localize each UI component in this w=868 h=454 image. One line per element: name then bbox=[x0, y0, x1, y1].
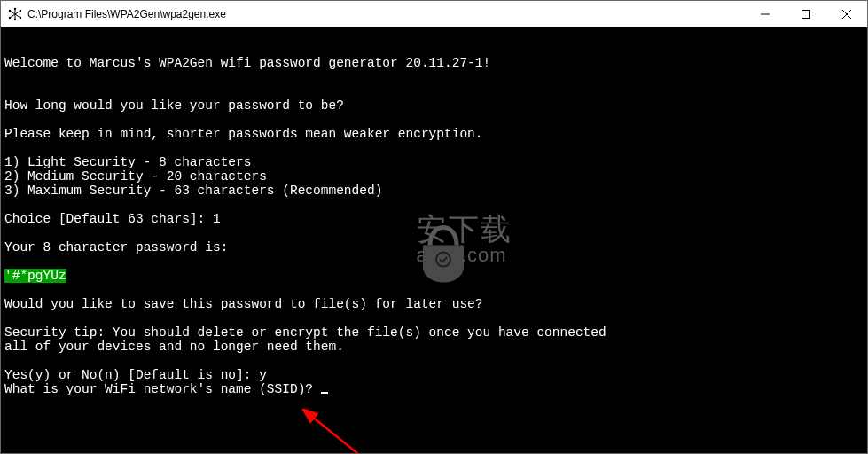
svg-point-7 bbox=[20, 16, 21, 18]
svg-point-8 bbox=[14, 18, 16, 20]
svg-line-14 bbox=[311, 416, 363, 453]
terminal-line-option: 2) Medium Security - 20 characters bbox=[4, 169, 267, 184]
window-title: C:\Program Files\WPA2Gen\wpa2gen.exe bbox=[27, 8, 745, 20]
svg-point-6 bbox=[9, 16, 11, 18]
terminal-line-yesno: Yes(y) or No(n) [Default is no]: y bbox=[4, 368, 267, 382]
terminal[interactable]: Welcome to Marcus's WPA2Gen wifi passwor… bbox=[1, 27, 867, 453]
terminal-line-password: '#*pgYUz bbox=[4, 269, 66, 283]
svg-rect-10 bbox=[802, 10, 810, 18]
terminal-line-password-label: Your 8 character password is: bbox=[4, 240, 228, 254]
terminal-line-tip: all of your devices and no longer need t… bbox=[4, 340, 344, 354]
terminal-line-choice: Choice [Default 63 chars]: 1 bbox=[4, 212, 221, 226]
terminal-line-question: How long would you like your password to… bbox=[4, 98, 344, 113]
terminal-content: Welcome to Marcus's WPA2Gen wifi passwor… bbox=[1, 27, 610, 396]
terminal-line-option: 1) Light Security - 8 characters bbox=[4, 155, 251, 169]
svg-point-4 bbox=[9, 9, 11, 11]
close-button[interactable] bbox=[826, 1, 867, 27]
terminal-line-ssid-prompt: What is your WiFi network's name (SSID)? bbox=[4, 382, 321, 396]
terminal-line-save-question: Would you like to save this password to … bbox=[4, 297, 483, 311]
annotation-arrow bbox=[301, 409, 371, 453]
terminal-cursor bbox=[321, 392, 328, 394]
terminal-line-welcome: Welcome to Marcus's WPA2Gen wifi passwor… bbox=[4, 56, 490, 70]
app-icon bbox=[8, 7, 22, 21]
terminal-line-warning: Please keep in mind, shorter passwords m… bbox=[4, 127, 483, 141]
title-bar[interactable]: C:\Program Files\WPA2Gen\wpa2gen.exe bbox=[1, 1, 867, 27]
svg-point-3 bbox=[14, 7, 16, 9]
terminal-line-tip: Security tip: You should delete or encry… bbox=[4, 325, 606, 340]
svg-point-5 bbox=[20, 9, 21, 11]
minimize-button[interactable] bbox=[745, 1, 786, 27]
maximize-button[interactable] bbox=[786, 1, 826, 27]
window-controls bbox=[745, 1, 867, 27]
terminal-line-option: 3) Maximum Security - 63 characters (Rec… bbox=[4, 184, 382, 198]
app-window: C:\Program Files\WPA2Gen\wpa2gen.exe Wel… bbox=[0, 0, 868, 454]
